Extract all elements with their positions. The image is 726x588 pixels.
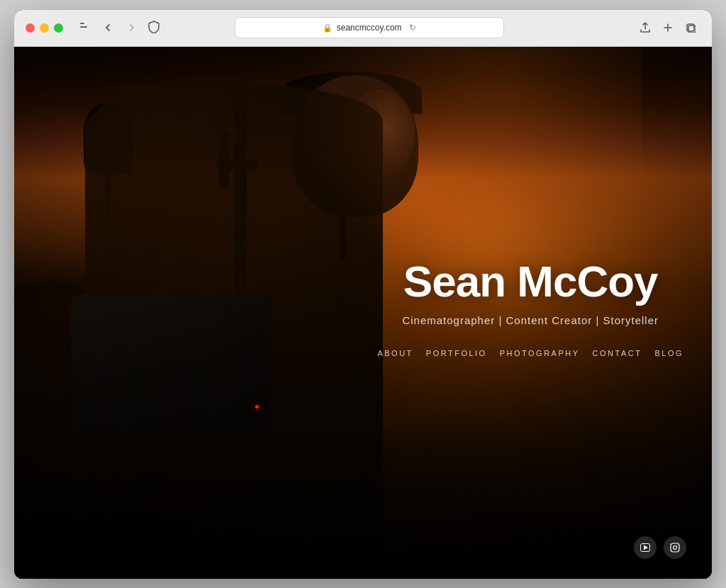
traffic-lights bbox=[26, 23, 63, 33]
minimize-button[interactable] bbox=[40, 23, 49, 33]
sidebar-toggle-button[interactable] bbox=[76, 18, 96, 38]
reload-icon: ↻ bbox=[409, 23, 416, 33]
lock-icon: 🔒 bbox=[323, 23, 333, 33]
browser-chrome: 🔒 seancmccoy.com ↻ bbox=[14, 10, 712, 47]
sidebar-icon bbox=[80, 23, 91, 33]
svg-rect-7 bbox=[671, 543, 679, 552]
svg-point-8 bbox=[674, 545, 677, 549]
toolbar-right bbox=[635, 18, 700, 38]
red-dot-indicator bbox=[255, 405, 259, 409]
hero-text-overlay: Sean McCoy Cinematographer | Content Cre… bbox=[377, 257, 683, 357]
nav-blog[interactable]: BLOG bbox=[654, 349, 683, 357]
main-navigation: ABOUT PORTFOLIO PHOTOGRAPHY CONTACT BLOG bbox=[377, 349, 683, 357]
nav-portfolio[interactable]: PORTFOLIO bbox=[426, 349, 487, 357]
hero-subtitle: Cinematographer | Content Creator | Stor… bbox=[377, 314, 683, 326]
nav-contact[interactable]: CONTACT bbox=[593, 349, 642, 357]
url-text: seancmccoy.com bbox=[337, 23, 402, 33]
youtube-icon[interactable] bbox=[634, 536, 657, 559]
forward-button[interactable] bbox=[121, 18, 141, 38]
maximize-button[interactable] bbox=[54, 23, 63, 33]
website-hero: Sean McCoy Cinematographer | Content Cre… bbox=[14, 47, 712, 579]
close-button[interactable] bbox=[26, 23, 35, 33]
browser-window: 🔒 seancmccoy.com ↻ bbox=[14, 10, 712, 579]
new-tab-button[interactable] bbox=[658, 18, 678, 38]
browser-toolbar-left bbox=[76, 18, 141, 38]
tabs-button[interactable] bbox=[681, 18, 700, 38]
instagram-icon[interactable] bbox=[664, 536, 686, 559]
share-button[interactable] bbox=[635, 18, 655, 38]
address-bar[interactable]: 🔒 seancmccoy.com ↻ bbox=[235, 17, 504, 38]
shield-icon bbox=[148, 21, 160, 35]
svg-point-9 bbox=[677, 545, 678, 545]
nav-about[interactable]: ABOUT bbox=[377, 349, 413, 357]
social-icons bbox=[634, 536, 686, 559]
nav-photography[interactable]: PHOTOGRAPHY bbox=[500, 349, 580, 357]
hero-name: Sean McCoy bbox=[377, 257, 683, 306]
back-button[interactable] bbox=[99, 18, 118, 38]
